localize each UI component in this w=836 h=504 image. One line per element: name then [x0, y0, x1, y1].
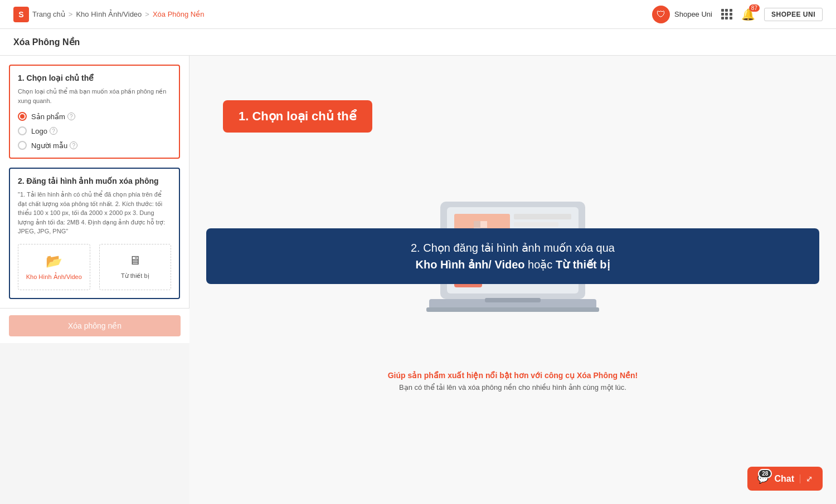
uni-icon: 🛡: [652, 6, 670, 23]
main-layout: 1. Chọn loại chủ thể Chọn loại chủ thể m…: [0, 56, 836, 504]
user-button[interactable]: SHOPEE UNI: [764, 8, 823, 21]
shopee-logo: S: [13, 7, 29, 22]
radio-nguoi-mau[interactable]: Người mẫu ?: [18, 141, 171, 150]
help-icon-nguoi-mau[interactable]: ?: [70, 141, 77, 149]
tooltip-step2: 2. Chọn đăng tải hình ảnh muốn xóa qua K…: [206, 228, 819, 284]
upload-from-device[interactable]: 🖥 Từ thiết bị: [99, 244, 172, 290]
page-title-bar: Xóa Phông Nền: [0, 29, 836, 56]
remove-bg-button[interactable]: Xóa phông nền: [9, 315, 181, 336]
step2-description: "1. Tải lên hình ảnh có chủ thể đã chọn …: [18, 190, 171, 236]
step2-title: 2. Đăng tải hình ảnh muốn xóa phông: [18, 177, 171, 185]
radio-group: Sản phẩm ? Logo ?: [18, 112, 171, 150]
svg-rect-14: [480, 221, 487, 228]
kho-icon: 📂: [46, 253, 62, 269]
breadcrumb-home[interactable]: Trang chủ: [32, 10, 65, 18]
svg-rect-13: [474, 221, 480, 228]
radio-circle-nguoi-mau: [18, 141, 27, 150]
promo-section: Giúp sản phẩm xuất hiện nổi bật hơn với …: [388, 371, 638, 392]
bottom-area: Xóa phông nền: [0, 308, 189, 343]
shopee-uni-label: Shopee Uni: [674, 10, 712, 18]
chat-icon-area: 💬 28: [757, 473, 769, 484]
step1-title: 1. Chọn loại chủ thể: [18, 74, 171, 82]
step1-description: Chọn loại chủ thể mà bạn muốn xóa phần p…: [18, 87, 171, 105]
chat-button[interactable]: 💬 28 Chat ⤢: [747, 467, 823, 491]
radio-label-san-pham: Sản phẩm ?: [31, 112, 75, 121]
tooltip2-line1: 2. Chọn đăng tải hình ảnh muốn xóa qua: [411, 242, 615, 254]
chat-badge: 28: [758, 469, 772, 478]
svg-rect-11: [485, 298, 541, 302]
radio-circle-san-pham: [18, 112, 27, 121]
left-panel-wrapper: 1. Chọn loại chủ thể Chọn loại chủ thể m…: [0, 56, 189, 504]
header-right: 🛡 Shopee Uni 🔔 87 SHOPEE UNI: [652, 6, 823, 23]
radio-san-pham[interactable]: Sản phẩm ?: [18, 112, 171, 121]
upload-from-kho[interactable]: 📂 Kho Hình Ảnh/Video: [18, 244, 90, 290]
radio-circle-logo: [18, 126, 27, 135]
step1-card: 1. Chọn loại chủ thể Chọn loại chủ thể m…: [9, 65, 180, 159]
notif-badge: 87: [749, 4, 760, 12]
svg-rect-3: [514, 214, 571, 219]
device-icon: 🖥: [129, 253, 141, 268]
radio-inner-san-pham: [20, 114, 25, 119]
svg-rect-4: [514, 222, 558, 227]
left-panel: 1. Chọn loại chủ thể Chọn loại chủ thể m…: [0, 56, 189, 308]
help-icon-logo[interactable]: ?: [50, 127, 57, 135]
step2-card: 2. Đăng tải hình ảnh muốn xóa phông "1. …: [9, 168, 180, 299]
tooltip2-bold2: Từ thiết bị: [556, 258, 610, 271]
breadcrumb-sep1: >: [69, 10, 73, 18]
help-icon-san-pham[interactable]: ?: [67, 112, 75, 120]
device-label: Từ thiết bị: [121, 272, 149, 280]
promo-sub-text: Bạn có thể tải lên và xóa phông nền cho …: [388, 383, 638, 392]
radio-label-nguoi-mau: Người mẫu ?: [31, 141, 77, 150]
chat-label: Chat: [774, 474, 794, 484]
upload-buttons: 📂 Kho Hình Ảnh/Video 🖥 Từ thiết bị: [18, 244, 171, 290]
breadcrumb-media[interactable]: Kho Hình Ảnh/Video: [76, 10, 142, 18]
page-title: Xóa Phông Nền: [13, 37, 80, 47]
right-panel: 1. Chọn loại chủ thể: [189, 56, 836, 504]
breadcrumb-current: Xóa Phông Nền: [153, 10, 205, 18]
shopee-uni[interactable]: 🛡 Shopee Uni: [652, 6, 712, 23]
radio-logo[interactable]: Logo ?: [18, 126, 171, 135]
header: S Trang chủ > Kho Hình Ảnh/Video > Xóa P…: [0, 0, 836, 29]
breadcrumb-sep2: >: [145, 10, 149, 18]
radio-label-logo: Logo ?: [31, 127, 57, 135]
svg-rect-12: [426, 307, 599, 312]
tooltip2-mid: hoặc: [525, 258, 556, 271]
kho-label: Kho Hình Ảnh/Video: [26, 273, 82, 281]
grid-icon[interactable]: [721, 9, 732, 19]
tooltip2-bold1: Kho Hình ảnh/ Video: [415, 258, 524, 271]
header-left: S Trang chủ > Kho Hình Ảnh/Video > Xóa P…: [13, 7, 205, 22]
expand-icon: ⤢: [800, 474, 813, 483]
notification-bell[interactable]: 🔔 87: [741, 8, 755, 21]
promo-main-text: Giúp sản phẩm xuất hiện nổi bật hơn với …: [388, 371, 638, 380]
tooltip-step1: 1. Chọn loại chủ thể: [223, 100, 372, 133]
